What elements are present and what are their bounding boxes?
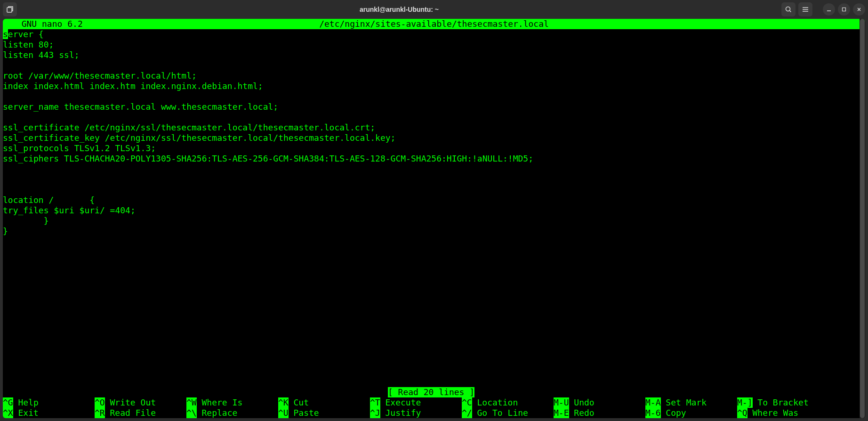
nano-file-path: /etc/nginx/sites-available/thesecmaster.…	[319, 19, 549, 29]
shortcut-item: M-] To Bracket	[737, 397, 829, 408]
shortcut-item: ^W Where Is	[186, 397, 278, 408]
status-badge: [ Read 20 lines ]	[388, 387, 474, 397]
shortcut-key: ^X	[3, 408, 13, 418]
shortcut-item: M-6 Copy	[645, 408, 737, 418]
shortcut-item: M-E Redo	[554, 408, 645, 418]
shortcut-key: M-6	[645, 408, 661, 418]
shortcut-key: M-U	[554, 397, 569, 408]
hamburger-menu-button[interactable]	[798, 2, 812, 16]
minimize-button[interactable]	[823, 3, 835, 16]
search-button[interactable]	[781, 2, 796, 16]
shortcut-key: ^U	[278, 408, 289, 418]
shortcut-key: M-E	[554, 408, 569, 418]
svg-rect-0	[7, 8, 12, 12]
shortcut-item: ^G Help	[3, 397, 95, 408]
close-button[interactable]	[853, 3, 865, 16]
nano-header: GNU nano 6.2 /etc/nginx/sites-available/…	[3, 19, 865, 29]
shortcut-label: Help	[13, 397, 39, 408]
nano-shortcuts: ^G Help^O Write Out^W Where Is^K Cut^T E…	[3, 397, 860, 418]
maximize-button[interactable]	[838, 3, 850, 16]
svg-rect-2	[843, 8, 846, 11]
shortcut-label: Cut	[289, 397, 309, 408]
shortcut-item: ^/ Go To Line	[462, 408, 554, 418]
shortcut-key: ^R	[95, 408, 105, 418]
shortcut-label: Set Mark	[661, 397, 707, 408]
terminal-scrollbar[interactable]	[860, 19, 865, 418]
editor-content[interactable]: server { listen 80; listen 443 ssl; root…	[3, 29, 865, 236]
shortcut-item: M-U Undo	[554, 397, 645, 408]
shortcut-label: Exit	[13, 408, 39, 418]
shortcut-key: M-]	[737, 397, 753, 408]
shortcut-label: Redo	[569, 408, 595, 418]
shortcut-key: ^J	[370, 408, 380, 418]
terminal-area[interactable]: GNU nano 6.2 /etc/nginx/sites-available/…	[3, 19, 865, 418]
shortcut-item: ^\ Replace	[186, 408, 278, 418]
shortcut-key: ^\	[186, 408, 197, 418]
shortcut-label: Justify	[380, 408, 421, 418]
shortcut-key: ^G	[3, 397, 13, 408]
scrollbar-thumb[interactable]	[860, 19, 865, 418]
shortcut-item: ^O Write Out	[95, 397, 186, 408]
shortcut-row: ^X Exit^R Read File^\ Replace^U Paste^J …	[3, 408, 860, 418]
new-tab-button[interactable]	[3, 2, 17, 16]
shortcut-item: M-A Set Mark	[645, 397, 737, 408]
shortcut-label: To Bracket	[753, 397, 809, 408]
shortcut-item: ^Q Where Was	[737, 408, 829, 418]
shortcut-key: M-A	[645, 397, 661, 408]
shortcut-label: Where Is	[197, 397, 243, 408]
shortcut-label: Go To Line	[472, 408, 528, 418]
shortcut-key: ^O	[95, 397, 105, 408]
shortcut-label: Undo	[569, 397, 595, 408]
nano-app-name: GNU nano 6.2	[3, 19, 83, 29]
shortcut-item: ^U Paste	[278, 408, 370, 418]
shortcut-label: Execute	[380, 397, 421, 408]
shortcut-key: ^K	[278, 397, 289, 408]
shortcut-label: Replace	[197, 408, 238, 418]
shortcut-label: Where Was	[747, 408, 798, 418]
shortcut-key: ^T	[370, 397, 380, 408]
shortcut-key: ^Q	[737, 408, 747, 418]
shortcut-key: ^C	[462, 397, 472, 408]
shortcut-item: ^J Justify	[370, 408, 462, 418]
shortcut-item: ^C Location	[462, 397, 554, 408]
shortcut-label: Write Out	[105, 397, 156, 408]
shortcut-label: Location	[472, 397, 518, 408]
shortcut-item: ^X Exit	[3, 408, 95, 418]
nano-status-line: [ Read 20 lines ]	[3, 387, 860, 397]
shortcut-item: ^R Read File	[95, 408, 186, 418]
shortcut-key: ^/	[462, 408, 472, 418]
shortcut-row: ^G Help^O Write Out^W Where Is^K Cut^T E…	[3, 397, 860, 408]
shortcut-label: Copy	[661, 408, 686, 418]
window-titlebar: arunkl@arunkl-Ubuntu: ~	[0, 0, 868, 19]
shortcut-item: ^T Execute	[370, 397, 462, 408]
shortcut-item: ^K Cut	[278, 397, 370, 408]
shortcut-label: Read File	[105, 408, 156, 418]
svg-point-1	[786, 7, 790, 11]
window-title: arunkl@arunkl-Ubuntu: ~	[20, 6, 779, 13]
shortcut-label: Paste	[289, 408, 319, 418]
shortcut-key: ^W	[186, 397, 197, 408]
